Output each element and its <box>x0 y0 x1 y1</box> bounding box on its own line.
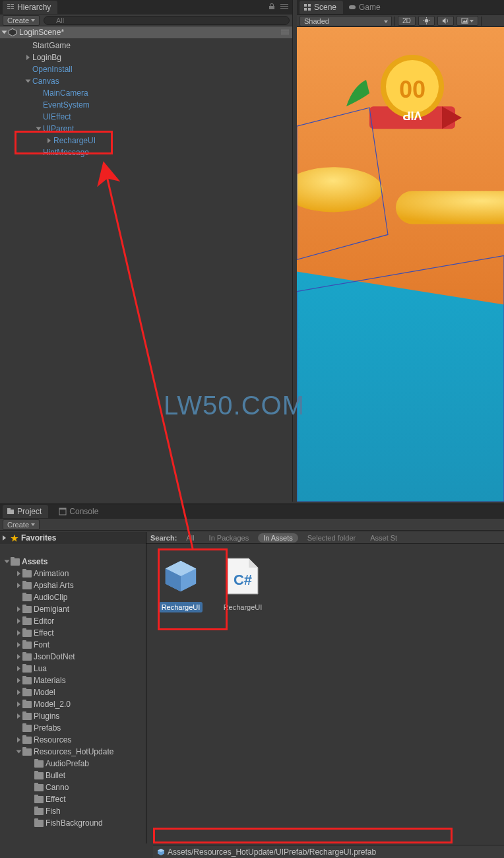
scene-tab-label: Scene <box>314 3 336 12</box>
folder-apshai[interactable]: Apshai Arts <box>0 579 146 591</box>
folder-prefabs[interactable]: Prefabs <box>0 722 146 734</box>
hierarchy-tab[interactable]: Hierarchy <box>3 1 57 14</box>
folder-audioclip[interactable]: AudioClip <box>0 591 146 603</box>
fx-dropdown[interactable] <box>457 16 478 26</box>
foldout-icon <box>17 618 20 624</box>
folder-resources[interactable]: Resources <box>0 734 146 746</box>
tree-item-hintmessage[interactable]: HintMessage <box>0 147 292 158</box>
svg-text:00: 00 <box>399 75 425 102</box>
project-create-button[interactable]: Create <box>3 519 40 530</box>
tree-item-openinstall[interactable]: OpenInstall <box>0 63 292 75</box>
tree-item-startgame[interactable]: StartGame <box>0 40 292 51</box>
search-label: Search: <box>150 534 177 542</box>
folder-model[interactable]: Model <box>0 686 146 698</box>
panel-options-icon[interactable] <box>280 3 288 10</box>
folder-label: Resources <box>34 735 71 744</box>
folder-res-hotupdate[interactable]: Resources_HotUpdate <box>0 746 146 758</box>
folder-demigiant[interactable]: Demigiant <box>0 603 146 615</box>
folder-label: JsonDotNet <box>34 652 75 661</box>
folder-jsondotnet[interactable]: JsonDotNet <box>0 651 146 663</box>
folder-bullet[interactable]: Bullet <box>0 770 146 781</box>
folder-icon <box>34 772 44 779</box>
folder-canno[interactable]: Canno <box>0 781 146 793</box>
folder-icon <box>22 737 32 744</box>
tree-item-uieffect[interactable]: UIEffect <box>0 111 292 123</box>
folder-label: Model_2.0 <box>34 700 71 709</box>
foldout-icon <box>16 750 22 754</box>
foldout-icon <box>17 654 20 659</box>
tree-label: MainCamera <box>43 88 88 98</box>
tree-label: HintMessage <box>43 148 89 157</box>
folder-model20[interactable]: Model_2.0 <box>0 698 146 710</box>
folder-label: Effect <box>46 795 65 804</box>
asset-prefab-rechargeui[interactable]: RechargeUI <box>156 553 206 612</box>
tree-item-uiparent[interactable]: UIParent <box>0 123 292 135</box>
project-icon <box>7 508 15 515</box>
scope-asset-store[interactable]: Asset St <box>365 533 402 543</box>
folder-icon <box>22 689 32 696</box>
folder-plugins[interactable]: Plugins <box>0 710 146 722</box>
folder-font[interactable]: Font <box>0 639 146 651</box>
svg-rect-7 <box>281 30 289 30</box>
scene-viewport[interactable]: 00 VIP <box>297 27 504 502</box>
project-path-bar[interactable]: Assets/Resources_HotUpdate/UIPrefab/Rech… <box>153 845 504 858</box>
2d-label: 2D <box>402 17 411 24</box>
tree-item-eventsystem[interactable]: EventSystem <box>0 99 292 111</box>
foldout-icon <box>17 737 20 742</box>
scene-header-row[interactable]: LoginScene* <box>0 26 292 38</box>
folder-label: Bullet <box>46 771 65 780</box>
asset-script-rechargeui[interactable]: C# RechargeUI <box>218 553 268 612</box>
assets-root[interactable]: Assets <box>0 556 146 568</box>
foldout-icon <box>17 666 20 671</box>
svg-rect-10 <box>304 4 307 7</box>
folder-icon <box>22 748 32 756</box>
lock-icon[interactable] <box>268 3 275 10</box>
folder-animation[interactable]: Animation <box>0 568 146 579</box>
hierarchy-toolbar: Create <box>0 15 292 26</box>
folder-editor[interactable]: Editor <box>0 615 146 627</box>
scope-selected-folder[interactable]: Selected folder <box>302 533 361 543</box>
folder-materials[interactable]: Materials <box>0 675 146 686</box>
favorites-label: Favorites <box>21 533 56 543</box>
hierarchy-search-input[interactable] <box>44 16 290 25</box>
scope-in-packages[interactable]: In Packages <box>204 533 255 543</box>
foldout-icon <box>17 583 20 588</box>
scope-in-assets[interactable]: In Assets <box>258 533 298 543</box>
svg-rect-8 <box>281 32 289 32</box>
audio-toggle[interactable] <box>437 16 454 26</box>
scene-tab[interactable]: Scene <box>299 1 343 14</box>
game-tab[interactable]: Game <box>344 1 387 14</box>
svg-marker-22 <box>462 19 467 23</box>
foldout-icon <box>3 535 6 541</box>
scope-all[interactable]: All <box>181 533 199 543</box>
scene-options-icon[interactable] <box>280 29 290 36</box>
folder-fishbg[interactable]: FishBackground <box>0 817 146 829</box>
tree-item-canvas[interactable]: Canvas <box>0 75 292 87</box>
dropdown-icon <box>470 20 474 22</box>
2d-toggle[interactable]: 2D <box>398 16 416 26</box>
folder-icon <box>34 808 44 815</box>
lighting-toggle[interactable] <box>418 16 435 26</box>
tree-item-maincamera[interactable]: MainCamera <box>0 87 292 99</box>
tree-label: EventSystem <box>43 100 90 110</box>
folder-fish[interactable]: Fish <box>0 805 146 817</box>
folder-label: Model <box>34 688 55 697</box>
tree-label: OpenInstall <box>32 65 73 74</box>
folder-icon <box>22 630 32 637</box>
foldout-icon <box>17 642 20 647</box>
folder-audioprefab[interactable]: AudioPrefab <box>0 758 146 770</box>
folder-effect[interactable]: Effect <box>0 627 146 639</box>
shading-mode-dropdown[interactable]: Shaded <box>299 16 392 26</box>
hierarchy-create-button[interactable]: Create <box>3 15 40 26</box>
console-tab[interactable]: Console <box>55 505 105 518</box>
star-icon: ★ <box>11 533 18 543</box>
folder-lua[interactable]: Lua <box>0 663 146 675</box>
folder-effect-sub[interactable]: Effect <box>0 793 146 805</box>
svg-point-15 <box>425 19 429 23</box>
favorites-header[interactable]: ★Favorites <box>0 532 146 544</box>
tree-item-loginbg[interactable]: LoginBg <box>0 51 292 63</box>
shading-label: Shaded <box>304 17 329 25</box>
tree-item-rechargeui[interactable]: RechargeUI <box>0 135 292 147</box>
folder-icon <box>22 594 32 601</box>
project-tab[interactable]: Project <box>3 505 48 518</box>
